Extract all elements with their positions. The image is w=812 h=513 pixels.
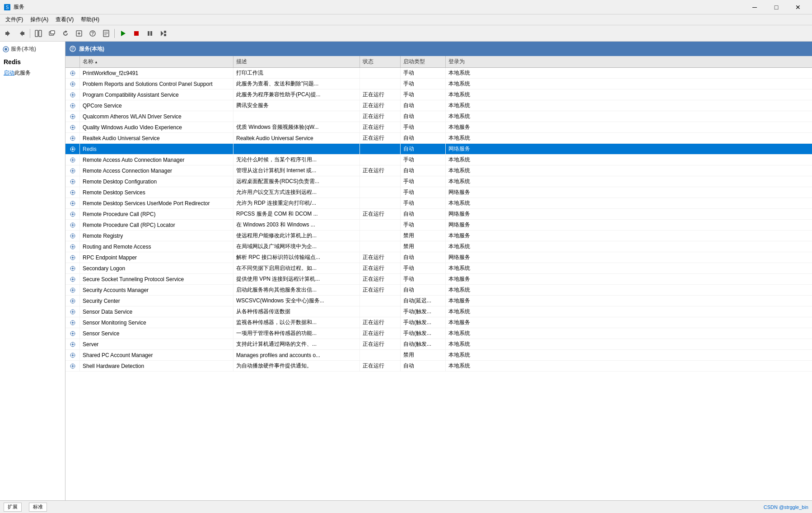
svg-point-57 xyxy=(72,268,74,269)
row-icon xyxy=(65,328,80,339)
toolbar-pause[interactable] xyxy=(144,27,156,40)
toolbar-play[interactable] xyxy=(117,27,129,40)
table-row[interactable]: Server 支持此计算机通过网络的文件、... 正在运行 自动(触发... 本… xyxy=(65,339,812,350)
row-logon: 本地系统 xyxy=(446,155,500,165)
minimize-button[interactable]: ─ xyxy=(744,0,765,14)
row-icon xyxy=(65,274,80,284)
menu-view[interactable]: 查看(V) xyxy=(52,15,77,24)
table-row[interactable]: Remote Desktop Services 允许用户以交互方式连接到远程..… xyxy=(65,187,812,198)
table-row[interactable]: Realtek Audio Universal Service Realtek … xyxy=(65,133,812,144)
toolbar-refresh[interactable] xyxy=(59,27,72,40)
row-status xyxy=(360,187,401,198)
row-startup: 自动 xyxy=(401,361,446,371)
table-row[interactable]: Remote Access Connection Manager 管理从这台计算… xyxy=(65,165,812,176)
table-row[interactable]: Sensor Data Service 从各种传感器传送数据 手动(触发... … xyxy=(65,306,812,317)
table-row[interactable]: Remote Desktop Services UserMode Port Re… xyxy=(65,198,812,209)
row-desc: 远程桌面配置服务(RDCS)负责需... xyxy=(233,176,360,187)
table-row[interactable]: PrintWorkflow_f2c9491 打印工作流 手动 本地系统 xyxy=(65,68,812,79)
toolbar-show-hide-tree[interactable] xyxy=(32,27,45,40)
services-table[interactable]: 名称▲ 描述 状态 启动类型 登录为 PrintWorkflow_f2c9491… xyxy=(65,56,812,500)
row-desc: 此服务为程序兼容性助手(PCA)提... xyxy=(233,89,360,100)
row-name: Remote Desktop Configuration xyxy=(80,176,233,187)
table-row[interactable]: Routing and Remote Access 在局域网以及广域网环境中为企… xyxy=(65,241,812,252)
svg-rect-13 xyxy=(150,31,152,36)
row-name: Shell Hardware Detection xyxy=(80,361,233,371)
table-row[interactable]: Security Accounts Manager 启动此服务将向其他服务发出信… xyxy=(65,285,812,296)
menu-help[interactable]: 帮助(H) xyxy=(77,15,103,24)
row-logon: 本地系统 xyxy=(446,165,500,176)
table-row[interactable]: Shell Hardware Detection 为自动播放硬件事件提供通知。 … xyxy=(65,361,812,372)
table-row[interactable]: Quality Windows Audio Video Experience 优… xyxy=(65,122,812,133)
row-desc: 解析 RPC 接口标识符以传输端点... xyxy=(233,252,360,263)
row-status xyxy=(360,155,401,165)
table-row[interactable]: Program Compatibility Assistant Service … xyxy=(65,89,812,100)
row-status xyxy=(360,220,401,230)
th-logon[interactable]: 登录为 xyxy=(446,56,500,67)
row-status xyxy=(360,198,401,208)
table-row[interactable]: Redis 自动 网络服务 xyxy=(65,144,812,155)
toolbar-back[interactable] xyxy=(2,27,14,40)
row-startup: 自动(触发... xyxy=(401,339,446,349)
table-row[interactable]: Shared PC Account Manager Manages profil… xyxy=(65,350,812,361)
table-row[interactable]: Secure Socket Tunneling Protocol Service… xyxy=(65,274,812,285)
row-logon: 本地系统 xyxy=(446,306,500,317)
th-startup[interactable]: 启动类型 xyxy=(401,56,446,67)
table-row[interactable]: Remote Desktop Configuration 远程桌面配置服务(RD… xyxy=(65,176,812,187)
toolbar-forward[interactable] xyxy=(15,27,28,40)
sidebar-title[interactable]: 服务(本地) xyxy=(2,43,63,55)
table-row[interactable]: RPC Endpoint Mapper 解析 RPC 接口标识符以传输端点...… xyxy=(65,252,812,263)
row-status xyxy=(360,350,401,360)
table-header: 名称▲ 描述 状态 启动类型 登录为 xyxy=(65,56,812,68)
table-row[interactable]: Remote Registry 使远程用户能修改此计算机上的... 禁用 本地服… xyxy=(65,231,812,241)
table-row[interactable]: Sensor Monitoring Service 监视各种传感器，以公开数据和… xyxy=(65,317,812,328)
row-icon xyxy=(65,133,80,143)
content-area: 服务(本地) 名称▲ 描述 状态 启动类型 登录为 PrintWorkflow_… xyxy=(65,42,812,500)
table-row[interactable]: Problem Reports and Solutions Control Pa… xyxy=(65,79,812,89)
menu-file[interactable]: 文件(F) xyxy=(2,15,27,24)
title-bar-controls: ─ □ ✕ xyxy=(744,0,808,14)
table-row[interactable]: Remote Access Auto Connection Manager 无论… xyxy=(65,155,812,165)
toolbar-stop[interactable] xyxy=(130,27,143,40)
row-desc: 在 Windows 2003 和 Windows ... xyxy=(233,220,360,230)
toolbar-export[interactable] xyxy=(73,27,85,40)
row-desc: 允许用户以交互方式连接到远程... xyxy=(233,187,360,198)
row-name: PrintWorkflow_f2c9491 xyxy=(80,68,233,78)
menu-action[interactable]: 操作(A) xyxy=(27,15,52,24)
th-status[interactable]: 状态 xyxy=(360,56,401,67)
th-desc[interactable]: 描述 xyxy=(233,56,360,67)
row-startup: 自动 xyxy=(401,111,446,122)
table-row[interactable]: Remote Procedure Call (RPC) Locator 在 Wi… xyxy=(65,220,812,231)
sidebar-start-link[interactable]: 启动 xyxy=(4,70,14,76)
row-startup: 自动 xyxy=(401,133,446,143)
title-bar: S 服务 ─ □ ✕ xyxy=(0,0,812,14)
row-name: QPCore Service xyxy=(80,100,233,111)
toolbar-new-window[interactable] xyxy=(46,27,58,40)
toolbar-help[interactable]: ? xyxy=(86,27,99,40)
close-button[interactable]: ✕ xyxy=(788,0,808,14)
toolbar-restart[interactable] xyxy=(157,27,170,40)
row-logon: 本地系统 xyxy=(446,100,500,111)
row-name: Quality Windows Audio Video Experience xyxy=(80,122,233,132)
toolbar-properties[interactable] xyxy=(100,27,112,40)
svg-point-23 xyxy=(72,83,74,85)
table-row[interactable]: Sensor Service 一项用于管理各种传感器的功能... 正在运行 手动… xyxy=(65,328,812,339)
table-row[interactable]: Secondary Logon 在不同凭据下启用启动过程。如... 正在运行 手… xyxy=(65,263,812,274)
th-name[interactable]: 名称▲ xyxy=(80,56,233,67)
table-row[interactable]: Qualcomm Atheros WLAN Driver Service 正在运… xyxy=(65,111,812,122)
app-icon: S xyxy=(4,4,11,11)
row-logon: 本地系统 xyxy=(446,198,500,208)
row-icon xyxy=(65,89,80,100)
row-name: Security Accounts Manager xyxy=(80,285,233,295)
svg-text:?: ? xyxy=(91,31,94,36)
svg-point-41 xyxy=(72,181,74,183)
row-logon: 本地系统 xyxy=(446,241,500,252)
th-icon xyxy=(65,56,80,67)
status-tab-standard[interactable]: 标准 xyxy=(29,503,47,512)
table-row[interactable]: Security Center WSCSVC(Windows 安全中心)服务..… xyxy=(65,296,812,306)
table-row[interactable]: QPCore Service 腾讯安全服务 正在运行 自动 本地系统 xyxy=(65,100,812,111)
status-tab-expand[interactable]: 扩展 xyxy=(4,503,22,512)
table-row[interactable]: Remote Procedure Call (RPC) RPCSS 服务是 CO… xyxy=(65,209,812,220)
maximize-button[interactable]: □ xyxy=(766,0,787,14)
sidebar-services-label: 服务(本地) xyxy=(11,45,36,53)
svg-point-49 xyxy=(72,224,74,226)
